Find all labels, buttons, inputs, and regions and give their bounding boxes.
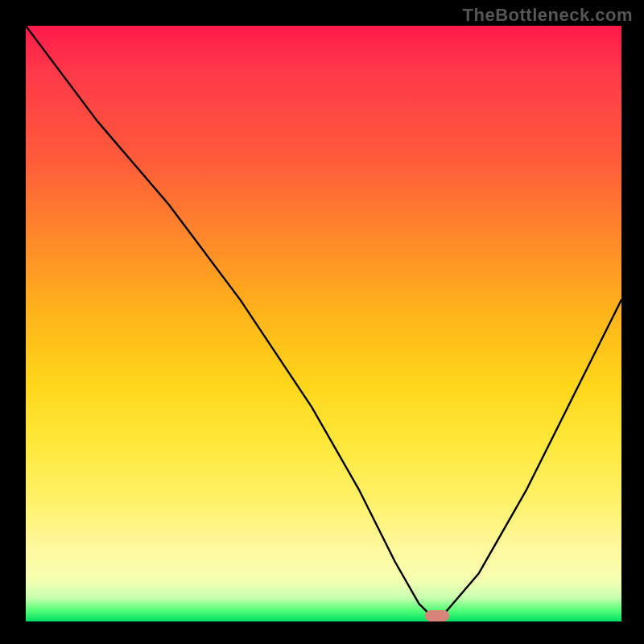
curve-svg xyxy=(26,26,621,621)
chart-frame: TheBottleneck.com xyxy=(0,0,644,644)
bottleneck-curve xyxy=(26,26,621,616)
watermark-text: TheBottleneck.com xyxy=(463,5,633,26)
optimal-point-marker xyxy=(425,610,449,621)
plot-area xyxy=(26,26,621,621)
